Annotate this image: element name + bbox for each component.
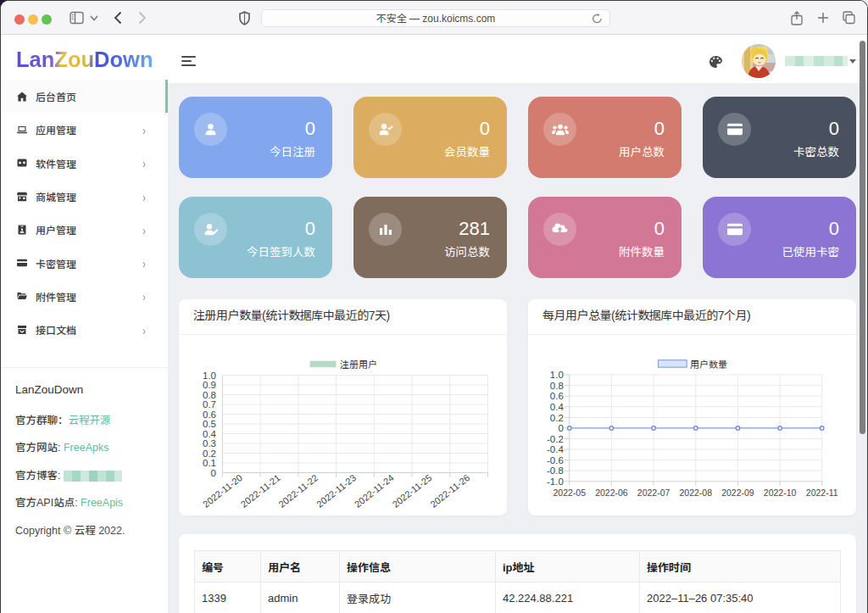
svg-text:2022-08: 2022-08 [680, 488, 713, 498]
svg-text:0.3: 0.3 [203, 438, 216, 449]
svg-text:2022-11: 2022-11 [806, 488, 838, 498]
svg-text:用户数量: 用户数量 [690, 359, 727, 370]
svg-text:2022-10: 2022-10 [764, 488, 797, 498]
svg-text:注册用户: 注册用户 [340, 359, 377, 370]
svg-text:0.8: 0.8 [550, 381, 564, 391]
svg-text:0.9: 0.9 [203, 380, 216, 390]
svg-text:2022-11-20: 2022-11-20 [201, 472, 244, 510]
svg-text:0.5: 0.5 [203, 419, 216, 429]
svg-text:0.4: 0.4 [203, 429, 217, 439]
svg-text:2022-11-21: 2022-11-21 [239, 472, 282, 510]
svg-text:-0.6: -0.6 [547, 455, 564, 465]
svg-text:2022-11-23: 2022-11-23 [314, 472, 358, 510]
svg-text:-0.2: -0.2 [547, 434, 564, 444]
svg-text:0.7: 0.7 [203, 399, 216, 410]
svg-text:0.6: 0.6 [203, 410, 216, 420]
svg-text:0: 0 [211, 468, 216, 478]
svg-text:0.1: 0.1 [203, 458, 216, 468]
svg-text:0.4: 0.4 [550, 402, 565, 412]
svg-text:1.0: 1.0 [203, 371, 216, 381]
svg-text:-0.8: -0.8 [547, 465, 564, 476]
svg-text:2022-05: 2022-05 [554, 488, 587, 498]
svg-text:1.0: 1.0 [550, 370, 564, 380]
svg-text:0.2: 0.2 [550, 413, 564, 423]
svg-text:2022-06: 2022-06 [595, 488, 628, 498]
svg-text:0.6: 0.6 [550, 391, 564, 401]
svg-text:-1.0: -1.0 [547, 476, 564, 487]
svg-text:0.2: 0.2 [203, 449, 216, 459]
svg-text:-0.4: -0.4 [547, 444, 564, 454]
svg-text:2022-11-24: 2022-11-24 [353, 472, 396, 510]
svg-text:2022-07: 2022-07 [637, 488, 670, 498]
svg-text:2022-11-25: 2022-11-25 [391, 472, 434, 510]
svg-text:2022-11-22: 2022-11-22 [276, 472, 320, 510]
svg-text:2022-09: 2022-09 [721, 488, 754, 498]
svg-text:0: 0 [558, 423, 563, 433]
svg-text:0.8: 0.8 [203, 390, 216, 400]
svg-text:2022-11-26: 2022-11-26 [428, 472, 471, 510]
